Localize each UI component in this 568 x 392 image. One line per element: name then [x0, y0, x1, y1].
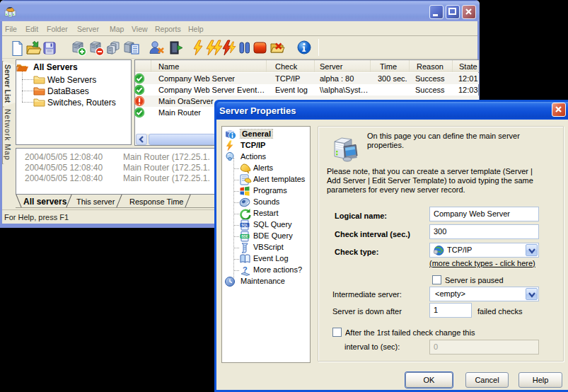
svg-text:SQL: SQL	[241, 224, 248, 227]
svg-text:BDE: BDE	[241, 235, 248, 238]
svg-text:?: ?	[243, 265, 248, 274]
